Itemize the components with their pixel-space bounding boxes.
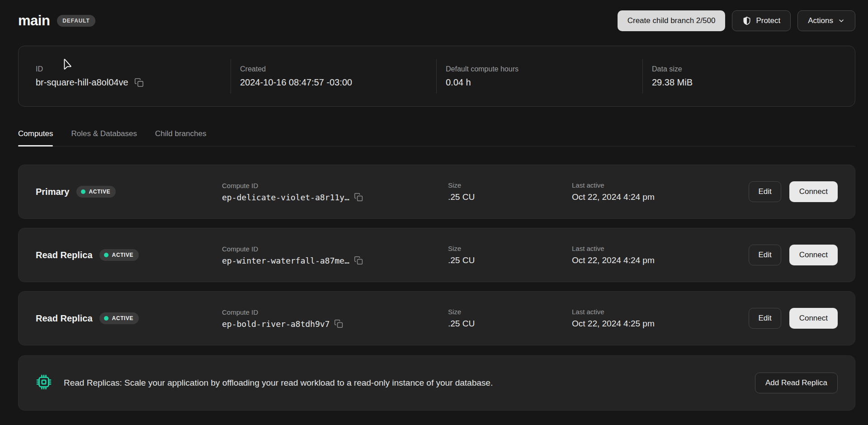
compute-id-value: ep-bold-river-a8tdh9v7: [222, 319, 330, 329]
size-label: Size: [448, 245, 572, 252]
compute-name: Read Replica: [36, 250, 93, 260]
size-value: .25 CU: [448, 255, 475, 265]
created-field: Created 2024-10-16 08:47:57 -03:00: [231, 59, 436, 94]
shield-icon: [742, 16, 751, 25]
branch-id-field: ID br-square-hill-a8ol04ve: [19, 59, 231, 94]
compute-hours-value: 0.04 h: [446, 77, 471, 88]
compute-id-label: Compute ID: [222, 308, 448, 316]
protect-button[interactable]: Protect: [732, 10, 791, 31]
size-label: Size: [448, 308, 572, 316]
copy-branch-id-button[interactable]: [134, 78, 144, 87]
status-badge: ACTIVE: [99, 312, 139, 324]
compute-id-value: ep-winter-waterfall-a87me…: [222, 256, 349, 265]
header-actions: Create child branch 2/500 Protect Action…: [618, 10, 855, 31]
size-label: Size: [448, 181, 572, 189]
size-value: .25 CU: [448, 319, 475, 329]
read-replica-banner-text: Read Replicas: Scale your application by…: [64, 378, 743, 388]
compute-row-read-replica-1: Read Replica ACTIVE Compute ID ep-winter…: [18, 228, 855, 282]
tab-computes[interactable]: Computes: [18, 129, 53, 146]
read-replica-banner: Read Replicas: Scale your application by…: [18, 355, 855, 411]
status-badge-label: ACTIVE: [112, 252, 134, 258]
last-active-label: Last active: [572, 308, 749, 316]
actions-button[interactable]: Actions: [797, 10, 855, 31]
status-dot-icon: [104, 253, 108, 257]
branch-header: main DEFAULT Create child branch 2/500 P…: [18, 0, 855, 32]
compute-hours-label: Default compute hours: [446, 65, 642, 73]
status-dot-icon: [81, 189, 85, 194]
tab-child-branches[interactable]: Child branches: [155, 129, 206, 146]
connect-button[interactable]: Connect: [789, 181, 838, 202]
edit-button[interactable]: Edit: [749, 245, 781, 265]
compute-id-value: ep-delicate-violet-a8r11y…: [222, 193, 349, 202]
created-label: Created: [240, 65, 436, 73]
compute-name: Primary: [36, 187, 70, 197]
copy-compute-id-button[interactable]: [334, 319, 343, 328]
copy-icon: [354, 256, 363, 265]
compute-name: Read Replica: [36, 313, 93, 324]
compute-id-label: Compute ID: [222, 182, 448, 189]
data-size-value: 29.38 MiB: [652, 77, 693, 88]
branch-id-value: br-square-hill-a8ol04ve: [36, 77, 128, 88]
last-active-label: Last active: [572, 245, 749, 252]
branch-title-group: main DEFAULT: [18, 13, 95, 29]
branch-info-card: ID br-square-hill-a8ol04ve Created 2024-…: [18, 46, 855, 107]
copy-icon: [354, 193, 363, 202]
status-dot-icon: [104, 316, 108, 321]
page-title: main: [18, 13, 50, 29]
branch-detail-page: main DEFAULT Create child branch 2/500 P…: [0, 0, 868, 411]
data-size-field: Data size 29.38 MiB: [642, 59, 855, 94]
last-active-label: Last active: [572, 181, 749, 189]
create-child-branch-button[interactable]: Create child branch 2/500: [618, 10, 726, 31]
protect-button-label: Protect: [756, 16, 780, 25]
data-size-label: Data size: [652, 65, 855, 73]
compute-id-label: Compute ID: [222, 245, 448, 253]
last-active-value: Oct 22, 2024 4:24 pm: [572, 192, 655, 202]
chevron-down-icon: [838, 17, 845, 24]
status-badge-label: ACTIVE: [89, 189, 111, 195]
compute-row-read-replica-2: Read Replica ACTIVE Compute ID ep-bold-r…: [18, 291, 855, 345]
copy-icon: [334, 319, 343, 328]
edit-button[interactable]: Edit: [749, 308, 781, 329]
size-value: .25 CU: [448, 192, 475, 202]
connect-button[interactable]: Connect: [789, 308, 838, 329]
branch-id-label: ID: [36, 65, 231, 73]
compute-row-primary: Primary ACTIVE Compute ID ep-delicate-vi…: [18, 165, 855, 219]
last-active-value: Oct 22, 2024 4:25 pm: [572, 319, 655, 329]
edit-button[interactable]: Edit: [749, 181, 781, 202]
created-value: 2024-10-16 08:47:57 -03:00: [240, 77, 352, 88]
status-badge: ACTIVE: [99, 249, 139, 261]
computes-list: Primary ACTIVE Compute ID ep-delicate-vi…: [18, 165, 855, 345]
copy-compute-id-button[interactable]: [354, 256, 363, 265]
connect-button[interactable]: Connect: [789, 245, 838, 265]
compute-hours-field: Default compute hours 0.04 h: [436, 59, 642, 94]
copy-compute-id-button[interactable]: [354, 193, 363, 202]
status-badge: ACTIVE: [76, 186, 116, 198]
branch-tabs: Computes Roles & Databases Child branche…: [18, 129, 855, 146]
copy-icon: [134, 78, 144, 87]
status-badge-label: ACTIVE: [112, 315, 134, 321]
last-active-value: Oct 22, 2024 4:24 pm: [572, 255, 655, 265]
default-badge: DEFAULT: [57, 15, 95, 27]
tab-roles-databases[interactable]: Roles & Databases: [71, 129, 137, 146]
add-read-replica-button[interactable]: Add Read Replica: [755, 373, 838, 393]
cpu-icon: [36, 374, 52, 392]
actions-button-label: Actions: [808, 16, 833, 25]
